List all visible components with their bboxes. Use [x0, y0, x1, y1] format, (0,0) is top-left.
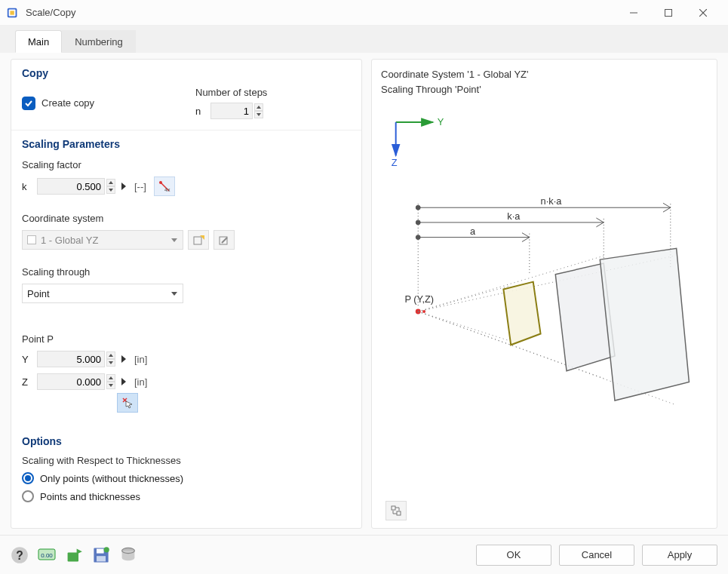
cursor-pick-icon: [121, 397, 134, 409]
svg-marker-9: [109, 181, 113, 184]
z-spin-down[interactable]: [106, 382, 115, 389]
svg-marker-19: [171, 292, 177, 296]
y-spin-up[interactable]: [106, 351, 115, 359]
svg-text:4x: 4x: [164, 187, 170, 192]
window-title: Scale/Copy: [26, 7, 616, 18]
radio-dot-icon: [22, 490, 34, 502]
svg-marker-60: [503, 282, 540, 345]
preview-panel: Coordinate System '1 - Global YZ' Scalin…: [371, 59, 717, 529]
tab-numbering[interactable]: Numbering: [62, 30, 136, 53]
coord-system-select[interactable]: 1 - Global YZ: [22, 230, 183, 250]
svg-line-35: [663, 207, 671, 212]
pick-point-button[interactable]: [117, 393, 138, 413]
svg-text:k·a: k·a: [507, 210, 521, 222]
section-copy: Copy Create copy Number of steps n: [11, 60, 361, 130]
preview-line2: Scaling Through 'Point': [381, 82, 708, 97]
svg-marker-7: [256, 106, 261, 109]
svg-marker-23: [109, 376, 113, 379]
svg-marker-25: [121, 378, 126, 385]
n-spin-up[interactable]: [254, 103, 263, 111]
coord-system-label: Coordinate system: [22, 213, 351, 224]
svg-marker-20: [109, 354, 113, 357]
svg-marker-16: [200, 235, 204, 240]
scaling-through-value: Point: [27, 288, 50, 299]
svg-marker-21: [109, 361, 113, 364]
help-icon: ?: [11, 546, 29, 564]
scale-multiply-button[interactable]: 4x: [154, 176, 175, 196]
svg-point-52: [422, 310, 425, 313]
maximize-icon: [665, 9, 672, 17]
svg-rect-64: [397, 511, 401, 515]
cancel-button[interactable]: Cancel: [559, 545, 634, 566]
coord-edit-button[interactable]: [213, 230, 235, 250]
tab-main[interactable]: Main: [15, 30, 62, 53]
edit-icon: [218, 234, 230, 246]
svg-line-34: [663, 203, 671, 207]
svg-marker-11: [121, 183, 126, 190]
section-scaling: Scaling Parameters Scaling factor k [--]: [11, 130, 361, 528]
y-unit: [in]: [134, 354, 147, 365]
scaling-through-select[interactable]: Point: [22, 284, 183, 303]
units-icon: 0.00: [38, 548, 56, 562]
chevron-down-icon: [170, 290, 178, 297]
svg-marker-62: [600, 248, 689, 401]
svg-text:0.00: 0.00: [41, 552, 53, 559]
svg-rect-4: [665, 9, 672, 16]
radio-points-thicknesses-label: Points and thicknesses: [40, 491, 140, 502]
svg-marker-14: [171, 238, 177, 242]
create-copy-label: Create copy: [41, 97, 94, 109]
k-input[interactable]: [37, 178, 105, 195]
svg-marker-24: [109, 384, 113, 387]
z-spin-up[interactable]: [106, 374, 115, 382]
units-button[interactable]: 0.00: [38, 546, 56, 564]
preview-canvas: Y Z: [381, 103, 708, 520]
k-label: k: [22, 181, 37, 192]
radio-points-and-thicknesses[interactable]: Points and thicknesses: [22, 490, 351, 502]
radio-dot-icon: [22, 472, 34, 484]
section-title-scaling: Scaling Parameters: [22, 138, 351, 150]
section-title-options: Options: [22, 435, 351, 447]
k-step-button[interactable]: [118, 178, 130, 195]
coord-system-value: 1 - Global YZ: [41, 235, 98, 246]
y-label: Y: [22, 354, 37, 365]
coord-new-button[interactable]: [188, 230, 209, 250]
svg-text:a: a: [470, 226, 476, 237]
minimize-icon: [630, 9, 637, 17]
database-button[interactable]: [119, 546, 137, 564]
preview-header: Coordinate System '1 - Global YZ' Scalin…: [381, 67, 708, 97]
svg-text:n·k·a: n·k·a: [541, 195, 563, 207]
maximize-button[interactable]: [651, 2, 686, 24]
z-input[interactable]: [37, 373, 105, 390]
apply-button[interactable]: Apply: [642, 545, 717, 566]
preview-settings-button[interactable]: [386, 501, 407, 520]
close-icon: [699, 9, 707, 17]
ok-button[interactable]: OK: [476, 545, 551, 566]
close-button[interactable]: [686, 2, 720, 24]
svg-rect-72: [97, 548, 104, 553]
y-step-button[interactable]: [118, 351, 130, 367]
y-spin-down[interactable]: [106, 359, 115, 367]
k-spin-down[interactable]: [106, 186, 115, 194]
n-input[interactable]: [210, 103, 253, 119]
n-spin-down[interactable]: [254, 111, 263, 118]
z-label: Z: [22, 376, 37, 388]
scaling-through-label: Scaling through: [22, 266, 351, 278]
y-input[interactable]: [37, 351, 105, 367]
radio-only-points[interactable]: Only points (without thicknesses): [22, 472, 351, 484]
chevron-down-icon: [170, 236, 178, 244]
create-copy-checkbox[interactable]: [22, 97, 35, 110]
svg-rect-15: [194, 237, 201, 244]
k-spin-up[interactable]: [106, 179, 115, 186]
help-button[interactable]: ?: [11, 546, 29, 564]
preview-line1: Coordinate System '1 - Global YZ': [381, 67, 708, 82]
z-step-button[interactable]: [118, 373, 130, 390]
minimize-button[interactable]: [616, 2, 651, 24]
floppy-icon: [92, 546, 110, 564]
left-panel: Copy Create copy Number of steps n: [11, 59, 362, 529]
svg-marker-70: [77, 548, 82, 554]
swap-view-icon: [390, 505, 402, 517]
svg-rect-2: [10, 11, 14, 14]
svg-point-12: [159, 181, 162, 184]
save-button[interactable]: [92, 546, 110, 564]
export-button[interactable]: [65, 546, 83, 564]
